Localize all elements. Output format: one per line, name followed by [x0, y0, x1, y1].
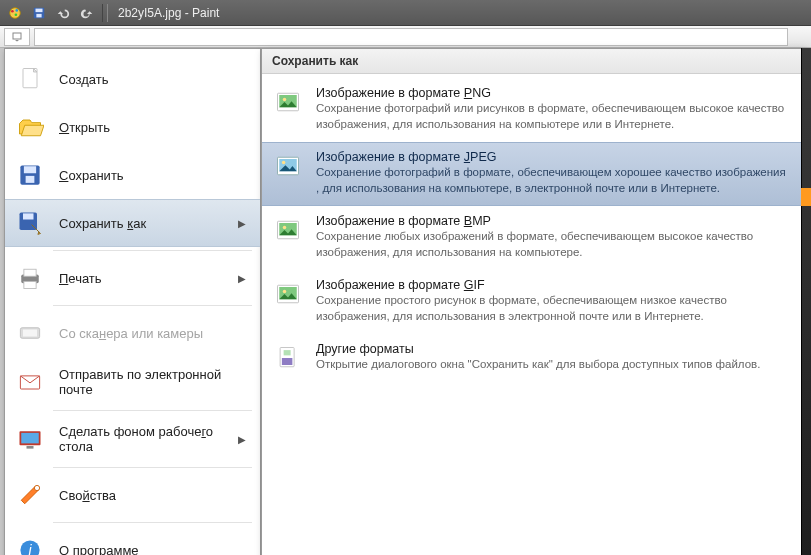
svg-point-2 — [15, 9, 18, 12]
menu-item-label: Сохранить как — [59, 216, 224, 231]
window-title: 2b2yI5A.jpg - Paint — [118, 6, 219, 20]
submenu-header: Сохранить как — [262, 49, 803, 74]
saveas-option-other[interactable]: Другие форматыОткрытие диалогового окна … — [262, 334, 803, 384]
print-icon — [15, 264, 45, 292]
saveas-icon — [15, 209, 45, 237]
menu-item-label: Открыть — [59, 120, 246, 135]
file-menu-item-props[interactable]: Свойства — [5, 471, 260, 519]
svg-point-37 — [283, 290, 287, 294]
jpeg-format-icon — [272, 150, 304, 182]
option-description: Сохранение фотографий в формате, обеспеч… — [316, 165, 789, 196]
svg-rect-15 — [24, 269, 36, 276]
option-description: Открытие диалогового окна "Сохранить как… — [316, 357, 789, 373]
file-menu: СоздатьОткрытьСохранитьСохранить как▶Печ… — [4, 48, 261, 555]
svg-rect-21 — [21, 433, 39, 444]
menu-item-label: Печать — [59, 271, 224, 286]
svg-rect-39 — [282, 358, 293, 365]
menu-separator — [53, 305, 252, 306]
svg-rect-16 — [24, 282, 36, 289]
option-title: Изображение в формате BMP — [316, 214, 789, 228]
svg-rect-6 — [36, 13, 41, 17]
file-menu-item-scanner: Со сканера или камеры — [5, 309, 260, 357]
app-icon[interactable] — [4, 3, 26, 23]
menu-item-label: Со сканера или камеры — [59, 326, 246, 341]
file-menu-item-open[interactable]: Открыть — [5, 103, 260, 151]
svg-point-31 — [282, 161, 286, 165]
mail-icon — [15, 368, 45, 396]
save-as-submenu: Сохранить как Изображение в формате PNGС… — [261, 48, 804, 555]
file-menu-item-new[interactable]: Создать — [5, 55, 260, 103]
svg-point-0 — [10, 7, 21, 18]
ribbon-field[interactable] — [34, 28, 788, 46]
props-icon — [15, 481, 45, 509]
scanner-icon — [15, 319, 45, 347]
menu-separator — [53, 467, 252, 468]
saveas-option-jpeg[interactable]: Изображение в формате JPEGСохранение фот… — [262, 142, 803, 206]
submenu-arrow-icon: ▶ — [238, 273, 246, 284]
file-menu-item-save[interactable]: Сохранить — [5, 151, 260, 199]
option-title: Изображение в формате JPEG — [316, 150, 789, 164]
file-menu-item-wallpaper[interactable]: Сделать фоном рабочего стола▶ — [5, 414, 260, 464]
svg-rect-11 — [26, 176, 35, 183]
open-icon — [15, 113, 45, 141]
file-menu-item-print[interactable]: Печать▶ — [5, 254, 260, 302]
option-title: Изображение в формате PNG — [316, 86, 789, 100]
menu-item-label: Создать — [59, 72, 246, 87]
svg-rect-22 — [27, 446, 34, 449]
menu-separator — [53, 522, 252, 523]
menu-item-label: Отправить по электронной почте — [59, 367, 246, 397]
background-tab — [801, 188, 811, 206]
file-menu-item-saveas[interactable]: Сохранить как▶ — [5, 199, 260, 247]
titlebar: 2b2yI5A.jpg - Paint — [0, 0, 811, 26]
saveas-option-png[interactable]: Изображение в формате PNGСохранение фото… — [262, 78, 803, 142]
menu-item-label: Сохранить — [59, 168, 246, 183]
svg-point-34 — [283, 226, 287, 230]
option-title: Изображение в формате GIF — [316, 278, 789, 292]
svg-rect-5 — [36, 8, 43, 12]
option-description: Сохранение любых изображений в формате, … — [316, 229, 789, 260]
svg-rect-40 — [284, 350, 291, 355]
saveas-option-gif[interactable]: Изображение в формате GIFСохранение прос… — [262, 270, 803, 334]
menu-separator — [53, 410, 252, 411]
other-format-icon — [272, 342, 304, 374]
save-icon — [15, 161, 45, 189]
menu-item-label: Свойства — [59, 488, 246, 503]
background-window-edge — [801, 48, 811, 555]
svg-point-1 — [11, 9, 14, 12]
about-icon: i — [15, 536, 45, 555]
saveas-option-bmp[interactable]: Изображение в формате BMPСохранение любы… — [262, 206, 803, 270]
svg-point-28 — [283, 98, 287, 102]
option-description: Сохранение простого рисунок в формате, о… — [316, 293, 789, 324]
ribbon-bar — [0, 26, 811, 48]
file-menu-item-about[interactable]: iО программе — [5, 526, 260, 555]
wallpaper-icon — [15, 425, 45, 453]
ribbon-dropdown[interactable] — [4, 28, 30, 46]
titlebar-separator — [102, 4, 108, 22]
svg-rect-13 — [23, 213, 34, 219]
option-description: Сохранение фотографий или рисунков в фор… — [316, 101, 789, 132]
svg-rect-18 — [23, 330, 37, 337]
new-icon — [15, 65, 45, 93]
png-format-icon — [272, 86, 304, 118]
submenu-arrow-icon: ▶ — [238, 434, 246, 445]
menu-item-label: О программе — [59, 543, 246, 556]
svg-rect-7 — [13, 33, 21, 39]
qat-redo-icon[interactable] — [76, 3, 98, 23]
qat-save-icon[interactable] — [28, 3, 50, 23]
svg-rect-10 — [24, 166, 36, 173]
qat-undo-icon[interactable] — [52, 3, 74, 23]
submenu-arrow-icon: ▶ — [238, 218, 246, 229]
file-menu-item-mail[interactable]: Отправить по электронной почте — [5, 357, 260, 407]
bmp-format-icon — [272, 214, 304, 246]
gif-format-icon — [272, 278, 304, 310]
menu-item-label: Сделать фоном рабочего стола — [59, 424, 224, 454]
svg-point-3 — [15, 13, 18, 16]
option-title: Другие форматы — [316, 342, 789, 356]
svg-point-23 — [34, 485, 39, 490]
menu-separator — [53, 250, 252, 251]
